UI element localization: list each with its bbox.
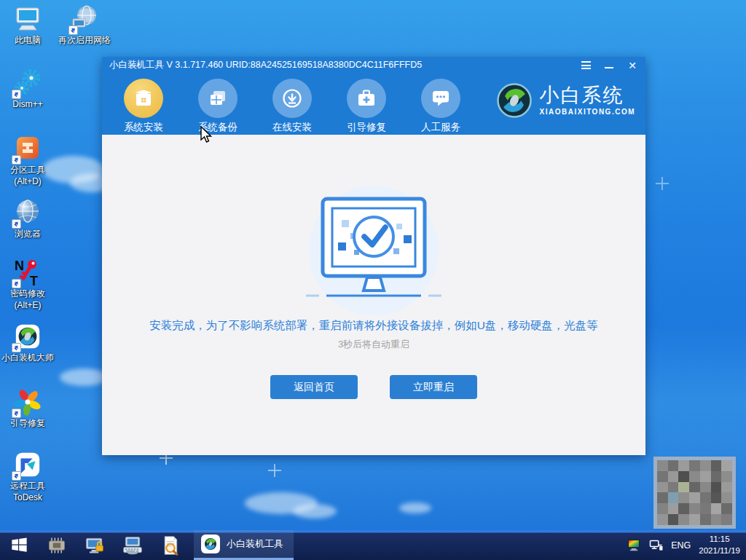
partition-tool-icon	[13, 134, 42, 163]
shortcut-arrow-icon	[68, 25, 78, 35]
svg-text:N: N	[15, 259, 24, 273]
taskbar-icon-search-document[interactable]	[152, 530, 189, 560]
taskbar-clock[interactable]: 11:15 2021/11/19	[699, 534, 740, 556]
desktop-icon-label2: (Alt+E)	[14, 300, 41, 310]
restart-countdown: 3秒后将自动重启	[102, 338, 645, 351]
desktop-icon-browser[interactable]: 浏览器	[0, 198, 55, 239]
close-icon[interactable]: ✕	[627, 60, 638, 71]
taskbar-icon-on-screen-keyboard[interactable]	[114, 530, 152, 560]
restart-now-button[interactable]: 立即重启	[390, 375, 477, 399]
desktop-icon-re-enable-network[interactable]: 再次启用网络	[57, 4, 112, 45]
minimize-icon[interactable]	[603, 60, 615, 71]
desktop-icon-xiaobai-master[interactable]: 小白装机大师	[0, 322, 55, 363]
blurred-qr-image	[653, 457, 736, 529]
display-color-icon[interactable]	[627, 539, 641, 551]
desktop-icon-label2: (Alt+D)	[14, 176, 42, 186]
shortcut-arrow-icon	[12, 409, 21, 418]
taskbar-app-label: 小白装机工具	[227, 537, 283, 551]
nt-password-key-icon: N T	[13, 258, 42, 287]
pinwheel-icon	[13, 387, 42, 417]
shortcut-arrow-icon	[12, 279, 21, 288]
taskbar: 小白装机工具 ENG 11:15 2021/11/19	[0, 530, 746, 560]
clock-date: 2021/11/19	[699, 545, 740, 557]
toolbox-icon	[347, 79, 386, 118]
desktop-icon-label: 分区工具	[10, 165, 45, 175]
cloud	[60, 368, 108, 386]
svg-text:T: T	[30, 274, 38, 287]
shortcut-arrow-icon	[12, 155, 21, 165]
keyboard-monitor-icon	[122, 535, 143, 556]
monitor-lock-icon	[85, 535, 105, 556]
brand-site: XIAOBAIXITONG.COM	[540, 108, 635, 116]
desktop-icon-label2: ToDesk	[13, 492, 42, 502]
desktop: 此电脑 再次启用网络	[0, 0, 746, 560]
cloud	[399, 502, 431, 513]
desktop-icon-label: 小白装机大师	[1, 352, 54, 363]
network-tray-icon[interactable]	[649, 540, 663, 551]
backup-windows-icon	[198, 79, 237, 118]
window-titlebar[interactable]: 小白装机工具 V 3.1.717.460 URID:88A24525169518…	[102, 57, 645, 74]
menu-icon[interactable]	[580, 60, 592, 71]
mouse-cursor	[198, 126, 214, 143]
gears-icon	[13, 68, 42, 98]
success-monitor-illustration	[309, 186, 439, 315]
desktop-icon-password-modify[interactable]: N T 密码修改 (Alt+E)	[0, 258, 55, 311]
taskbar-icon-locked-display[interactable]	[76, 530, 114, 560]
install-box-icon	[124, 79, 163, 118]
shortcut-arrow-icon	[12, 471, 21, 481]
brand-logo: 小白系统 XIAOBAIXITONG.COM	[496, 82, 635, 119]
todesk-logo-icon	[13, 450, 42, 479]
memory-chip-icon	[47, 535, 67, 556]
nav-tab-human-service[interactable]: 人工服务	[412, 74, 469, 135]
desktop-icon-label: Dism++	[12, 99, 42, 109]
desktop-icon-label: 再次启用网络	[58, 35, 111, 45]
install-complete-message: 安装完成，为了不影响系统部署，重启前请将外接设备拔掉，例如U盘，移动硬盘，光盘等	[102, 318, 645, 334]
magnifier-document-icon	[160, 535, 181, 556]
chat-bubble-icon	[421, 79, 460, 118]
xiaobai-app-icon	[201, 535, 220, 553]
nav-tab-label: 引导修复	[347, 121, 386, 134]
network-globe-icon	[70, 4, 99, 33]
app-window: 小白装机工具 V 3.1.717.460 URID:88A24525169518…	[102, 57, 645, 455]
desktop-icon-boot-repair[interactable]: 引导修复	[0, 387, 55, 428]
desktop-icon-dism[interactable]: Dism++	[0, 68, 55, 109]
shortcut-arrow-icon	[12, 219, 21, 229]
nav-tab-label: 系统安装	[124, 121, 163, 134]
xiaobai-logo-icon	[496, 82, 533, 119]
windows-logo-icon	[10, 536, 28, 554]
sparkle	[268, 464, 281, 477]
desktop-icon-this-pc[interactable]: 此电脑	[0, 4, 55, 45]
taskbar-icon-memory-chip[interactable]	[38, 530, 76, 560]
browser-globe-icon	[13, 198, 42, 227]
desktop-icon-label: 远程工具	[10, 481, 45, 491]
start-button[interactable]	[0, 530, 38, 560]
desktop-icon-label: 浏览器	[15, 229, 41, 239]
window-content: 安装完成，为了不影响系统部署，重启前请将外接设备拔掉，例如U盘，移动硬盘，光盘等…	[102, 135, 645, 455]
desktop-icon-partition-tool[interactable]: 分区工具 (Alt+D)	[0, 134, 55, 187]
back-home-button[interactable]: 返回首页	[270, 375, 358, 399]
this-pc-icon	[13, 4, 42, 33]
nav-tab-system-install[interactable]: 系统安装	[115, 74, 172, 135]
brand-name: 小白系统	[540, 85, 635, 106]
window-navbar: 系统安装 系统备份	[102, 74, 645, 135]
nav-tab-label: 在线安装	[272, 121, 312, 134]
nav-tab-label: 人工服务	[421, 121, 460, 134]
taskbar-active-app[interactable]: 小白装机工具	[194, 530, 294, 560]
desktop-icon-todesk[interactable]: 远程工具 ToDesk	[0, 450, 55, 503]
language-indicator[interactable]: ENG	[671, 540, 691, 551]
shortcut-arrow-icon	[12, 343, 21, 352]
sparkle	[656, 177, 669, 190]
desktop-icon-label: 此电脑	[15, 35, 41, 45]
desktop-icon-label: 引导修复	[10, 418, 45, 428]
desktop-icon-label: 密码修改	[10, 288, 45, 299]
nav-tab-online-install[interactable]: 在线安装	[264, 74, 321, 135]
clock-time: 11:15	[699, 534, 740, 545]
window-title: 小白装机工具 V 3.1.717.460 URID:88A24525169518…	[109, 59, 580, 71]
cloud	[293, 504, 337, 518]
nav-tab-boot-repair[interactable]: 引导修复	[338, 74, 395, 135]
xiaobai-logo-icon	[13, 322, 42, 351]
download-icon	[272, 79, 312, 118]
shortcut-arrow-icon	[12, 90, 21, 99]
